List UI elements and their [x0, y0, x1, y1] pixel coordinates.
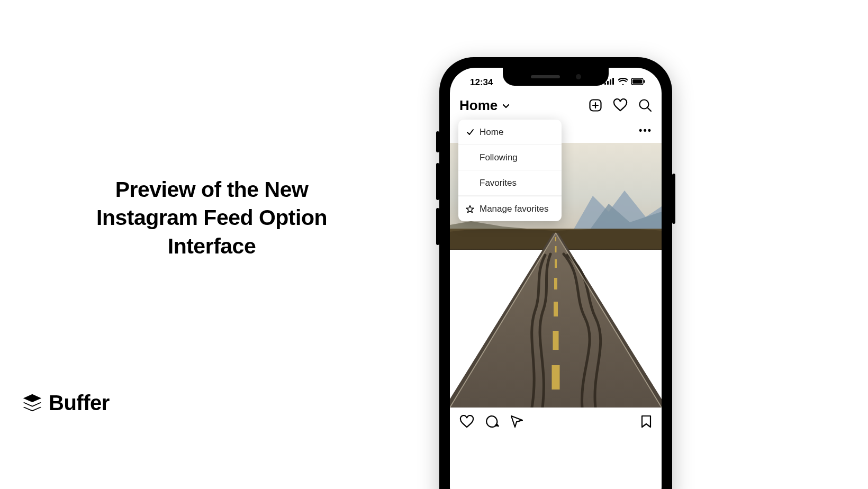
comment-icon[interactable]	[485, 414, 499, 431]
phone-side-button	[436, 131, 439, 152]
buffer-logo-text: Buffer	[49, 391, 110, 415]
manage-favorites[interactable]: Manage favorites	[458, 196, 562, 221]
svg-rect-5	[632, 79, 642, 84]
search-icon[interactable]	[638, 98, 652, 112]
feed-option-label: Home	[480, 127, 503, 138]
feed-option-label: Manage favorites	[480, 204, 548, 214]
share-icon[interactable]	[510, 414, 524, 431]
check-icon	[466, 128, 474, 136]
new-post-icon[interactable]	[589, 98, 602, 112]
feed-selector-label: Home	[459, 97, 498, 114]
svg-rect-6	[644, 80, 645, 83]
feed-dropdown: Home Following Favorites Manage	[458, 120, 562, 221]
svg-rect-1	[607, 81, 609, 85]
post-actions	[450, 408, 662, 437]
feed-option-label: Following	[480, 152, 518, 163]
like-heart-icon[interactable]	[459, 415, 474, 431]
feed-selector[interactable]: Home	[459, 97, 510, 114]
buffer-logo: Buffer	[21, 391, 110, 415]
bookmark-icon[interactable]	[640, 414, 652, 431]
svg-rect-3	[612, 78, 614, 85]
phone-side-button	[672, 174, 675, 224]
svg-rect-2	[610, 79, 611, 85]
svg-rect-16	[553, 331, 559, 350]
svg-rect-15	[554, 302, 558, 316]
feed-option-following[interactable]: Following	[458, 145, 562, 170]
headline: Preview of the New Instagram Feed Option…	[64, 176, 360, 260]
svg-point-8	[640, 100, 649, 109]
phone-notch	[503, 68, 609, 86]
svg-rect-14	[554, 278, 557, 289]
app-header: Home	[450, 93, 662, 117]
feed-option-home[interactable]: Home	[458, 120, 562, 145]
phone-side-button	[436, 163, 439, 200]
phone-screen: 12:34	[450, 68, 662, 489]
svg-rect-11	[555, 237, 556, 241]
phone-side-button	[436, 208, 439, 245]
svg-rect-12	[555, 246, 557, 252]
chevron-down-icon	[502, 97, 510, 114]
battery-icon	[631, 78, 646, 87]
star-icon	[466, 205, 474, 213]
wifi-icon	[618, 78, 628, 87]
svg-rect-17	[552, 365, 560, 390]
svg-rect-13	[555, 259, 557, 268]
feed-option-label: Favorites	[480, 178, 517, 188]
status-time: 12:34	[463, 73, 493, 88]
phone-frame: 12:34	[439, 57, 672, 489]
buffer-logo-icon	[21, 392, 43, 414]
feed-option-favorites[interactable]: Favorites	[458, 170, 562, 196]
activity-heart-icon[interactable]	[613, 98, 628, 112]
post-options-icon[interactable]: •••	[639, 125, 652, 136]
